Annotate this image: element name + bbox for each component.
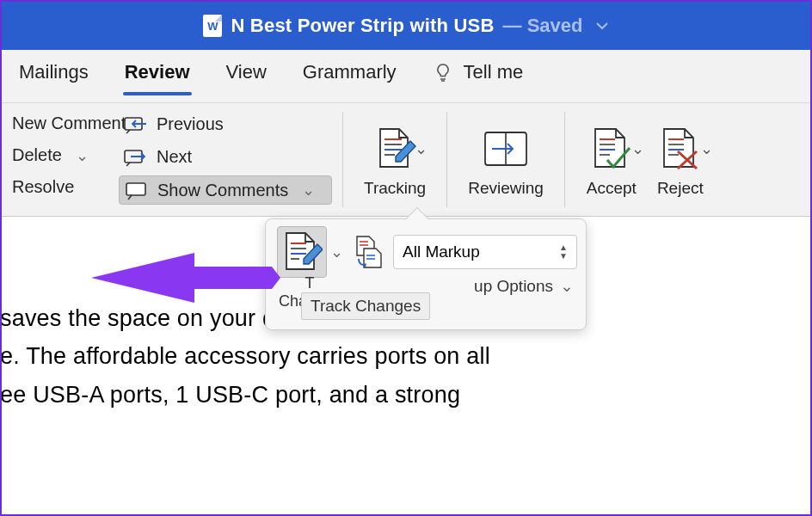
save-status[interactable]: — Saved — [503, 15, 583, 37]
delete-comment-button[interactable]: Delete ⌄ — [7, 142, 108, 169]
display-review-icon — [354, 235, 384, 269]
separator — [446, 112, 447, 207]
track-changes-small-label-1: T — [305, 274, 315, 292]
title-bar: W N Best Power Strip with USB — Saved — [2, 2, 810, 50]
word-app-icon: W — [203, 15, 222, 37]
next-label: Next — [157, 147, 192, 167]
separator — [342, 112, 343, 207]
chevron-down-icon[interactable] — [595, 19, 609, 33]
tab-view[interactable]: View — [225, 52, 268, 101]
text-line: e. The affordable accessory carries port… — [0, 337, 810, 375]
tracking-icon — [372, 126, 418, 172]
comments-group-2: Previous Next Show Comments ⌄ — [114, 103, 337, 216]
new-comment-button[interactable]: New Comment — [7, 110, 108, 137]
text-line: ee USB-A ports, 1 USB-C port, and a stro… — [0, 376, 810, 414]
ribbon: New Comment Delete ⌄ Resolve Previous Ne… — [2, 103, 810, 217]
next-icon — [124, 146, 148, 167]
svg-marker-4 — [91, 253, 280, 303]
track-changes-button[interactable] — [277, 226, 327, 278]
markup-view-select[interactable]: All Markup ▲▼ — [393, 235, 577, 269]
comments-group-1: New Comment Delete ⌄ Resolve — [2, 103, 114, 216]
svg-rect-2 — [126, 183, 145, 195]
tab-grammarly[interactable]: Grammarly — [301, 52, 398, 101]
reject-icon — [659, 126, 702, 172]
ribbon-tabs: Mailings Review View Grammarly Tell me — [2, 50, 810, 103]
callout-arrow — [91, 244, 280, 311]
track-changes-icon — [281, 230, 323, 273]
resolve-label: Resolve — [12, 177, 74, 197]
select-stepper[interactable]: ▲▼ — [559, 244, 568, 260]
accept-button[interactable]: ⌄ Accept — [570, 103, 653, 216]
chevron-down-icon: ⌄ — [76, 146, 89, 165]
tracking-group[interactable]: ⌄ Tracking — [348, 103, 441, 216]
chevron-down-icon[interactable]: ⌄ — [700, 139, 713, 158]
chevron-down-icon[interactable]: ⌄ — [330, 243, 343, 261]
chevron-down-icon[interactable]: ⌄ — [631, 139, 644, 158]
show-comments-label: Show Comments — [157, 181, 288, 200]
next-comment-button[interactable]: Next — [119, 143, 332, 170]
lightbulb-icon — [433, 62, 453, 83]
chevron-down-icon: ⌄ — [302, 181, 315, 200]
comment-icon — [125, 180, 149, 200]
chevron-down-icon[interactable]: ⌄ — [560, 276, 574, 296]
accept-icon — [590, 126, 633, 172]
tooltip: Track Changes — [301, 292, 430, 320]
tab-mailings[interactable]: Mailings — [17, 52, 90, 101]
markup-options-button[interactable]: up Options — [474, 277, 553, 296]
tab-review[interactable]: Review — [123, 52, 192, 101]
accept-label: Accept — [587, 179, 637, 198]
reject-button[interactable]: ⌄ Reject — [653, 103, 722, 216]
chevron-down-icon[interactable]: ⌄ — [415, 139, 428, 158]
previous-label: Previous — [157, 114, 224, 134]
show-comments-button[interactable]: Show Comments ⌄ — [119, 175, 332, 205]
separator — [564, 112, 565, 207]
display-for-review-button[interactable] — [352, 232, 386, 272]
tell-me-search[interactable]: Tell me — [431, 52, 526, 101]
reviewing-pane-button[interactable]: Reviewing — [452, 103, 559, 216]
previous-comment-button[interactable]: Previous — [119, 110, 332, 138]
tell-me-label: Tell me — [464, 61, 524, 83]
markup-view-value: All Markup — [403, 243, 480, 261]
reviewing-icon — [482, 127, 530, 170]
document-title: N Best Power Strip with USB — [231, 15, 494, 37]
previous-icon — [124, 114, 148, 134]
new-comment-label: New Comment — [12, 114, 126, 133]
reject-label: Reject — [657, 179, 704, 198]
tracking-label: Tracking — [364, 179, 426, 198]
delete-label: Delete — [12, 145, 62, 165]
resolve-comment-button[interactable]: Resolve — [7, 174, 108, 200]
reviewing-label: Reviewing — [468, 179, 544, 198]
